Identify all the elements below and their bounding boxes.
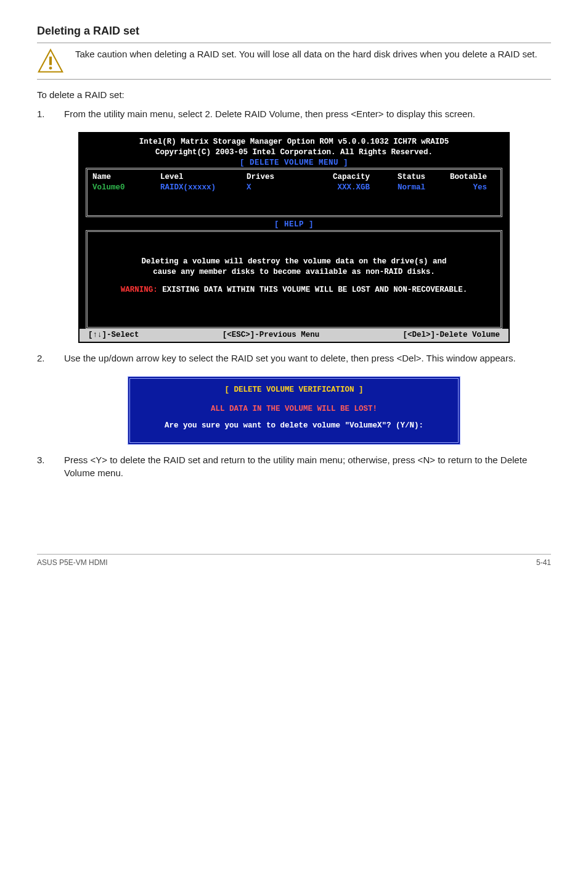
bios-statusbar: [↑↓]-Select [<ESC>]-Previous Menu [<Del>… <box>80 329 508 342</box>
bios-table-header-row: Name Level Drives Capacity Status Bootab… <box>92 172 496 183</box>
step-2: 2. Use the up/down arrow key to select t… <box>37 352 551 365</box>
status-previous[interactable]: [<ESC>]-Previous Menu <box>223 330 320 340</box>
cell-drives: X <box>247 183 296 193</box>
step-number: 2. <box>37 352 49 365</box>
svg-point-2 <box>49 67 52 70</box>
warning-prefix: WARNING: <box>121 286 158 294</box>
step-text: Press <Y> to delete the RAID set and ret… <box>64 453 551 481</box>
bios-title-1: Intel(R) Matrix Storage Manager Option R… <box>86 137 502 147</box>
status-select[interactable]: [↑↓]-Select <box>88 330 139 340</box>
help-line-2: cause any member disks to become availab… <box>92 267 496 278</box>
section-title: Deleting a RAID set <box>37 25 551 38</box>
footer-left: ASUS P5E-VM HDMI <box>37 558 108 567</box>
caution-text: Take caution when deleting a RAID set. Y… <box>75 48 551 60</box>
col-capacity: Capacity <box>296 172 370 183</box>
col-drives: Drives <box>247 172 296 183</box>
cell-capacity: XXX.XGB <box>296 183 370 193</box>
bios-warning-line: WARNING: EXISTING DATA WITHIN THIS VOLUM… <box>92 285 496 295</box>
divider <box>37 79 551 80</box>
col-level: Level <box>160 172 247 183</box>
caution-icon <box>37 48 64 75</box>
col-name: Name <box>92 172 160 183</box>
bios-table-row[interactable]: Volume0 RAIDX(xxxxx) X XXX.XGB Normal Ye… <box>92 183 496 193</box>
cell-name: Volume0 <box>92 183 160 193</box>
divider <box>37 43 551 43</box>
step-text: From the utility main menu, select 2. De… <box>64 107 551 121</box>
warning-body: EXISTING DATA WITHIN THIS VOLUME WILL BE… <box>158 286 468 294</box>
verify-title: [ DELETE VOLUME VERIFICATION ] <box>139 385 449 395</box>
caution-block: Take caution when deleting a RAID set. Y… <box>37 48 551 75</box>
bios-help-label: [ HELP ] <box>86 220 502 230</box>
bios-delete-screen: Intel(R) Matrix Storage Manager Option R… <box>78 132 510 343</box>
bios-title-2: Copyright(C) 2003-05 Intel Corporation. … <box>86 147 502 158</box>
intro-text: To delete a RAID set: <box>37 88 551 101</box>
cell-status: Normal <box>370 183 425 193</box>
step-text: Use the up/down arrow key to select the … <box>64 352 551 365</box>
col-bootable: Bootable <box>425 172 487 183</box>
bios-verify-dialog: [ DELETE VOLUME VERIFICATION ] ALL DATA … <box>128 376 460 445</box>
cell-level: RAIDX(xxxxx) <box>160 183 247 193</box>
help-line-1: Deleting a volume will destroy the volum… <box>92 257 496 267</box>
step-3: 3. Press <Y> to delete the RAID set and … <box>37 453 551 481</box>
bios-menu-label: [ DELETE VOLUME MENU ] <box>86 158 502 168</box>
bios-help-box: Deleting a volume will destroy the volum… <box>86 230 502 329</box>
verify-prompt[interactable]: Are you sure you want to delete volume "… <box>139 421 449 431</box>
bios-volume-table-box: Name Level Drives Capacity Status Bootab… <box>86 168 502 217</box>
svg-rect-1 <box>49 57 52 65</box>
step-number: 3. <box>37 453 49 481</box>
step-number: 1. <box>37 107 49 121</box>
status-delete[interactable]: [<Del>]-Delete Volume <box>402 330 500 340</box>
cell-bootable: Yes <box>425 183 487 193</box>
step-1: 1. From the utility main menu, select 2.… <box>37 107 551 121</box>
col-status: Status <box>370 172 425 183</box>
page-footer: ASUS P5E-VM HDMI 5-41 <box>37 554 551 567</box>
footer-right: 5-41 <box>536 558 551 567</box>
verify-warning: ALL DATA IN THE VOLUME WILL BE LOST! <box>139 404 449 415</box>
